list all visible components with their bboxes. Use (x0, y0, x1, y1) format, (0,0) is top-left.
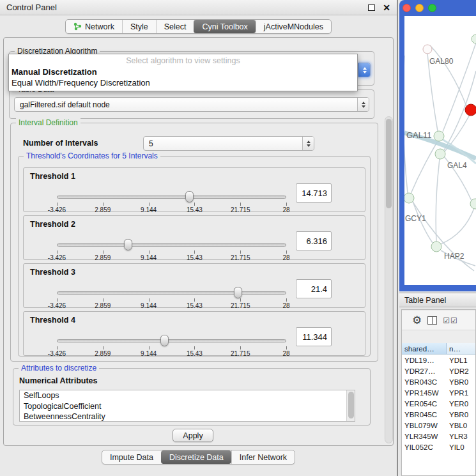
threshold-label: Threshold 3 (30, 268, 75, 277)
tab-cyni-toolbox[interactable]: Cyni Toolbox (194, 20, 255, 33)
network-view-window: GAL80GAL11GAL4GCY1HAP2 (399, 0, 476, 291)
table-cell: YDR27… (402, 367, 447, 375)
slider-tick-label: 28 (282, 302, 289, 309)
network-node[interactable] (465, 104, 476, 116)
slider-tick-label: 15.43 (187, 302, 203, 309)
table-toolbar: ⚙ ☑☑ (402, 311, 475, 330)
network-node[interactable] (435, 149, 445, 159)
numerical-attributes-label: Numerical Attributes (19, 376, 97, 385)
apply-button[interactable]: Apply (173, 429, 213, 442)
slider-tick (57, 250, 58, 254)
dropdown-item-manual-discretization[interactable]: Manual Discretization (9, 66, 357, 77)
slider-track[interactable] (57, 339, 286, 342)
attribute-list-item[interactable]: SelfLoops (20, 390, 355, 401)
network-edge (430, 45, 466, 106)
table-data-combobox[interactable]: galFiltered.sif default node (14, 97, 369, 112)
combo-stepper-icon[interactable] (302, 137, 314, 150)
slider-tick-label: 15.43 (187, 206, 203, 213)
slider-tick (286, 346, 287, 349)
tab-impute-data[interactable]: Impute Data (102, 450, 161, 464)
network-node[interactable] (423, 45, 432, 54)
slider-tick-label: 15.43 (187, 254, 203, 261)
num-intervals-combobox[interactable]: 5 (143, 136, 314, 151)
table-row[interactable]: YBR043CYBR0 (402, 376, 475, 387)
network-edge (411, 141, 438, 194)
columns-icon[interactable] (427, 316, 437, 325)
combo-stepper-icon[interactable] (358, 63, 370, 77)
table-row[interactable]: YER054CYER0 (402, 398, 475, 409)
threshold-value-field[interactable]: 21.4 (296, 279, 332, 298)
slider-tick-label: 21.715 (231, 206, 250, 213)
column-header-name[interactable]: n… (447, 343, 475, 354)
gear-icon[interactable]: ⚙ (412, 315, 422, 326)
table-row[interactable]: YDL19…YDL1 (402, 355, 475, 365)
screen: Control Panel ✕ (0, 0, 476, 476)
slider-track[interactable] (57, 243, 286, 247)
network-node[interactable] (431, 242, 441, 252)
slider-track[interactable] (57, 196, 286, 199)
tab-label: Network (85, 22, 114, 31)
checkbox-icons[interactable]: ☑☑ (443, 316, 458, 325)
table-row[interactable]: YBL079WYBL0 (402, 420, 475, 431)
dropdown-item-equal-width[interactable]: Equal Width/Frequency Discretization (9, 77, 357, 88)
threshold-slider[interactable]: -3.4262.8599.14415.4321.71528 (57, 191, 286, 213)
window-minimize-icon[interactable] (415, 4, 424, 12)
network-node[interactable] (472, 35, 476, 43)
network-edge (404, 56, 408, 193)
table-cell: YBL079W (402, 422, 447, 429)
table-cell: YLR3 (447, 433, 475, 440)
scrollbar-thumb[interactable] (386, 119, 392, 208)
slider-handle[interactable] (185, 191, 194, 203)
network-canvas[interactable]: GAL80GAL11GAL4GCY1HAP2 (404, 16, 476, 285)
table-cell: YBL0 (447, 422, 475, 429)
tab-discretize-data[interactable]: Discretize Data (161, 450, 231, 464)
scrollbar-thumb[interactable] (348, 392, 354, 418)
slider-tick (149, 250, 150, 254)
slider-handle[interactable] (234, 287, 242, 298)
slider-ticks: -3.4262.8599.14415.4321.71528 (57, 250, 286, 261)
column-header-shared-name[interactable]: shared… (402, 343, 447, 354)
window-close-icon[interactable] (403, 4, 411, 12)
threshold-value-field[interactable]: 14.713 (296, 183, 332, 203)
slider-handle[interactable] (124, 239, 132, 250)
panel-scrollbar[interactable] (385, 116, 393, 443)
table-row[interactable]: YBR045CYBR0 (402, 409, 475, 420)
slider-track[interactable] (57, 291, 286, 295)
right-panel: GAL80GAL11GAL4GCY1HAP2 Table Panel ⚙ ☑☑ … (399, 0, 476, 476)
threshold-value-field[interactable]: 11.344 (296, 327, 332, 346)
threshold-slider[interactable]: -3.4262.8599.14415.4321.71528 (57, 335, 286, 357)
table-row[interactable]: YPR145WYPR1 (402, 387, 475, 398)
threshold-slider[interactable]: -3.4262.8599.14415.4321.71528 (57, 287, 286, 309)
slider-tick-label: 21.715 (231, 302, 250, 309)
close-icon[interactable]: ✕ (383, 3, 390, 12)
attribute-list-item[interactable]: TopologicalCoefficient (20, 401, 355, 412)
tab-jactivemnodules[interactable]: jActiveMNodules (256, 20, 331, 33)
network-node[interactable] (404, 193, 414, 203)
window-zoom-icon[interactable] (428, 4, 436, 12)
table-row[interactable]: YLR345WYLR3 (402, 431, 475, 441)
list-scrollbar[interactable] (346, 390, 355, 421)
slider-tick-label: 2.859 (95, 254, 111, 261)
slider-handle[interactable] (160, 335, 169, 346)
node-table: shared… n… YDL19…YDL1YDR27…YDR2YBR043CYB… (402, 343, 475, 475)
combo-stepper-icon[interactable] (357, 98, 369, 111)
network-node[interactable] (434, 131, 444, 141)
slider-tick (240, 250, 241, 254)
tab-select[interactable]: Select (156, 20, 194, 33)
table-panel: ⚙ ☑☑ shared… n… YDL19…YDL1YDR27…YDR2YBR0… (401, 309, 476, 476)
float-window-icon[interactable] (368, 4, 375, 11)
table-cell: YLR345W (402, 433, 447, 440)
threshold-slider[interactable]: -3.4262.8599.14415.4321.71528 (57, 239, 286, 261)
numerical-attributes-list[interactable]: SelfLoopsTopologicalCoefficientBetweenne… (19, 390, 355, 422)
slider-tick-label: 9.144 (141, 206, 157, 213)
table-row[interactable]: YDR27…YDR2 (402, 365, 475, 376)
tab-infer-network[interactable]: Infer Network (231, 450, 295, 464)
combo-value: galFiltered.sif default node (20, 100, 110, 109)
threshold-value-field[interactable]: 6.316 (296, 231, 332, 250)
table-row[interactable]: YIL052CYIL0 (402, 441, 475, 452)
tab-network[interactable]: Network (66, 20, 122, 33)
slider-tick-label: 21.715 (231, 350, 250, 357)
attribute-list-item[interactable]: BetweennessCentrality (20, 411, 355, 422)
tab-style[interactable]: Style (122, 20, 156, 33)
slider-tick-label: 9.144 (141, 302, 157, 309)
